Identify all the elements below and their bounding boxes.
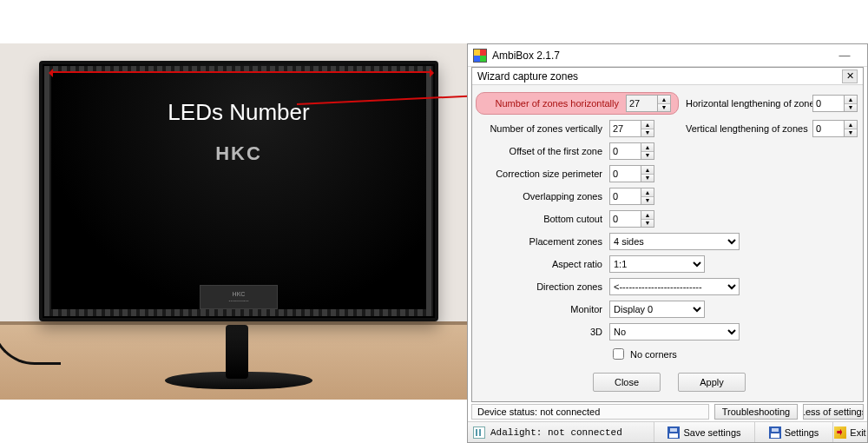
select-monitor[interactable]: Display 0 — [609, 301, 705, 318]
save-settings-button[interactable]: Save settings — [654, 422, 754, 442]
wizard-dialog: Wizard capture zones ✕ Number of zones h… — [471, 67, 864, 402]
exit-label: Exit — [850, 427, 865, 438]
select-placement[interactable]: 4 sides — [609, 233, 740, 250]
select-3d[interactable]: No — [609, 323, 740, 341]
settings-button[interactable]: Settings — [754, 422, 832, 442]
dialog-title: Wizard capture zones — [477, 70, 578, 83]
label-vlen: Vertical lengthening of zones — [686, 123, 806, 134]
label-direction: Direction zones — [476, 281, 602, 292]
spinner-bottom-cutout[interactable]: ▲▼ — [641, 210, 654, 228]
bottom-toolbar: Adalight: not connected Save settings Se… — [468, 421, 867, 442]
monitor-stand-neck — [226, 325, 248, 379]
adalight-icon — [473, 426, 485, 439]
settings-label: Settings — [785, 427, 819, 438]
input-hlen-value[interactable] — [812, 95, 844, 112]
dialog-close-button[interactable]: ✕ — [842, 69, 858, 83]
status-strip: Device status: not connected Troubleshoo… — [468, 402, 867, 421]
spinner-hlen[interactable]: ▲▼ — [844, 95, 858, 112]
save-settings-label: Save settings — [683, 427, 740, 438]
monitor-back-label: HKC ············ — [200, 285, 278, 309]
input-offset-first-value[interactable] — [609, 142, 641, 160]
horizontal-leds-arrow — [51, 71, 431, 73]
input-zones-h-value[interactable] — [626, 95, 657, 112]
spinner-offset-first[interactable]: ▲▼ — [641, 142, 654, 160]
input-corr-perimeter[interactable]: ▲▼ — [609, 165, 656, 182]
spinner-zones-h[interactable]: ▲▼ — [657, 95, 671, 112]
input-corr-perimeter-value[interactable] — [609, 165, 641, 182]
input-vlen-value[interactable] — [812, 120, 844, 137]
monitor-brand: HKC — [43, 142, 435, 165]
ambibox-window: AmbiBox 2.1.7 ― Wizard capture zones ✕ N… — [467, 43, 868, 443]
label-aspect: Aspect ratio — [476, 259, 602, 269]
connection-text: Adalight: not connected — [490, 427, 622, 438]
dialog-body: Number of zones horizontally ▲▼ Horizont… — [472, 85, 863, 401]
input-bottom-cutout[interactable]: ▲▼ — [609, 210, 656, 228]
label-no-corners: No corners — [630, 349, 677, 360]
app-icon — [473, 49, 487, 63]
input-zones-v-value[interactable] — [609, 120, 641, 137]
settings-floppy-icon — [769, 426, 781, 439]
monitor-photo: LEDs Number HKC HKC ············ — [0, 43, 469, 400]
checkbox-no-corners[interactable] — [613, 348, 624, 360]
input-bottom-cutout-value[interactable] — [609, 210, 641, 228]
less-settings-button[interactable]: Less of settings — [803, 404, 864, 420]
label-3d: 3D — [476, 327, 602, 337]
input-overlap-value[interactable] — [609, 188, 641, 205]
label-offset-first: Offset of the first zone — [476, 146, 602, 156]
troubleshoot-button[interactable]: Troubleshooting — [714, 404, 798, 420]
exit-button[interactable]: Exit — [832, 422, 867, 442]
spinner-corr-perimeter[interactable]: ▲▼ — [641, 165, 654, 182]
input-offset-first[interactable]: ▲▼ — [609, 142, 656, 160]
checkbox-no-corners-row[interactable]: No corners — [609, 346, 863, 362]
label-serial: ············ — [228, 298, 248, 304]
label-monitor: Monitor — [476, 304, 602, 314]
label-overlap: Overlapping zones — [476, 191, 602, 202]
label-hlen: Horizontal lengthening of zones — [686, 98, 806, 109]
label-zones-v: Number of zones vertically — [476, 123, 602, 134]
spinner-overlap[interactable]: ▲▼ — [641, 188, 654, 205]
minimize-button[interactable]: ― — [827, 45, 862, 66]
leds-number-caption: LEDs Number — [43, 99, 435, 126]
spinner-zones-v[interactable]: ▲▼ — [641, 120, 654, 137]
input-hlen[interactable]: ▲▼ — [812, 95, 859, 112]
input-zones-v[interactable]: ▲▼ — [609, 120, 656, 137]
dialog-titlebar: Wizard capture zones ✕ — [472, 68, 863, 85]
label-zones-h: Number of zones horizontally — [496, 98, 619, 109]
label-corr-perimeter: Correction size perimeter — [476, 169, 602, 179]
close-button[interactable]: Close — [593, 373, 661, 392]
label-bottom-cutout: Bottom cutout — [476, 214, 602, 224]
window-titlebar: AmbiBox 2.1.7 ― — [468, 44, 867, 67]
input-zones-h[interactable]: ▲▼ — [626, 95, 673, 112]
device-status: Device status: not connected — [471, 404, 709, 420]
input-overlap[interactable]: ▲▼ — [609, 188, 656, 205]
label-brand: HKC — [233, 291, 246, 297]
exit-icon — [834, 426, 846, 439]
input-vlen[interactable]: ▲▼ — [812, 120, 859, 137]
zones-horizontal-highlight: Number of zones horizontally ▲▼ — [476, 92, 679, 115]
apply-button[interactable]: Apply — [678, 373, 746, 392]
floppy-icon — [667, 426, 680, 439]
select-direction[interactable]: <-------------------------- — [609, 278, 740, 295]
select-aspect[interactable]: 1:1 — [609, 255, 705, 273]
monitor-screen: LEDs Number HKC HKC ············ — [39, 61, 438, 321]
window-title: AmbiBox 2.1.7 — [492, 50, 560, 62]
label-placement: Placement zones — [476, 236, 602, 247]
spinner-vlen[interactable]: ▲▼ — [844, 120, 858, 137]
connection-status: Adalight: not connected — [468, 422, 654, 442]
